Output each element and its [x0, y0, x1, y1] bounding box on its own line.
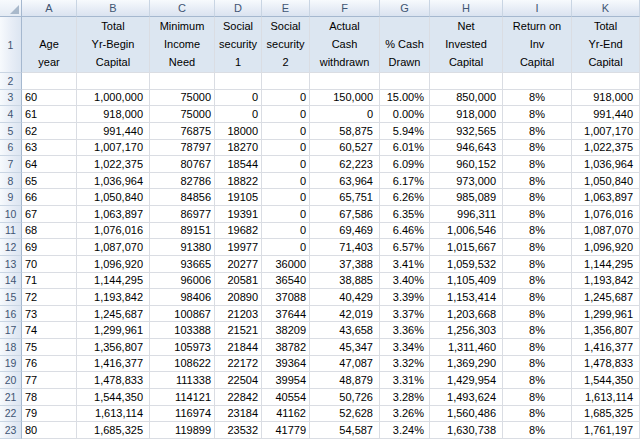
cell-E15[interactable]: 37088: [262, 289, 310, 306]
cell-H9[interactable]: 985,089: [430, 189, 503, 206]
cell-I23[interactable]: 8%: [503, 422, 572, 439]
cell-A3[interactable]: 60: [22, 90, 77, 107]
cell-A2[interactable]: [22, 73, 77, 90]
cell-B2[interactable]: [77, 73, 150, 90]
cell-A22[interactable]: 79: [22, 406, 77, 423]
cell-F5[interactable]: 58,875: [310, 123, 380, 140]
cell-F20[interactable]: 48,879: [310, 372, 380, 389]
cell-K3[interactable]: 918,000: [572, 90, 640, 107]
row-header-5[interactable]: 5: [0, 123, 22, 140]
cell-D21[interactable]: 22842: [215, 389, 262, 406]
cell-A11[interactable]: 68: [22, 223, 77, 240]
cell-H12[interactable]: 1,015,667: [430, 239, 503, 256]
cell-G13[interactable]: 3.41%: [380, 256, 430, 273]
cell-B4[interactable]: 918,000: [77, 106, 150, 123]
cell-G9[interactable]: 6.26%: [380, 189, 430, 206]
cell-F3[interactable]: 150,000: [310, 90, 380, 107]
cell-D22[interactable]: 23184: [215, 406, 262, 423]
cell-K2[interactable]: [572, 73, 640, 90]
column-header-K[interactable]: K: [572, 0, 640, 17]
cell-I8[interactable]: 8%: [503, 173, 572, 190]
cell-K7[interactable]: 1,036,964: [572, 156, 640, 173]
cell-G5[interactable]: 5.94%: [380, 123, 430, 140]
cell-K8[interactable]: 1,050,840: [572, 173, 640, 190]
cell-I13[interactable]: 8%: [503, 256, 572, 273]
cell-C16[interactable]: 100867: [150, 306, 215, 323]
row-header-21[interactable]: 21: [0, 389, 22, 406]
row-header-19[interactable]: 19: [0, 356, 22, 373]
cell-A19[interactable]: 76: [22, 356, 77, 373]
cell-F2[interactable]: [310, 73, 380, 90]
cell-D13[interactable]: 20277: [215, 256, 262, 273]
cell-D14[interactable]: 20581: [215, 273, 262, 290]
cell-G22[interactable]: 3.26%: [380, 406, 430, 423]
cell-I18[interactable]: 8%: [503, 339, 572, 356]
cell-G7[interactable]: 6.09%: [380, 156, 430, 173]
cell-B5[interactable]: 991,440: [77, 123, 150, 140]
cell-G4[interactable]: 0.00%: [380, 106, 430, 123]
cell-G18[interactable]: 3.34%: [380, 339, 430, 356]
cell-E5[interactable]: 0: [262, 123, 310, 140]
row-header-22[interactable]: 22: [0, 406, 22, 423]
cell-A15[interactable]: 72: [22, 289, 77, 306]
row-header-23[interactable]: 23: [0, 422, 22, 439]
cell-D18[interactable]: 21844: [215, 339, 262, 356]
cell-C9[interactable]: 84856: [150, 189, 215, 206]
cell-B9[interactable]: 1,050,840: [77, 189, 150, 206]
cell-B21[interactable]: 1,544,350: [77, 389, 150, 406]
cell-E10[interactable]: 0: [262, 206, 310, 223]
cell-H2[interactable]: [430, 73, 503, 90]
cell-K19[interactable]: 1,478,833: [572, 356, 640, 373]
cell-B16[interactable]: 1,245,687: [77, 306, 150, 323]
cell-A18[interactable]: 75: [22, 339, 77, 356]
cell-I15[interactable]: 8%: [503, 289, 572, 306]
cell-G16[interactable]: 3.37%: [380, 306, 430, 323]
cell-F14[interactable]: 38,885: [310, 273, 380, 290]
cell-K15[interactable]: 1,245,687: [572, 289, 640, 306]
cell-C5[interactable]: 76875: [150, 123, 215, 140]
header-cell-return-on-inv-capital[interactable]: Return on Inv Capital: [503, 17, 572, 73]
header-cell-social-security-1[interactable]: Social security 1: [215, 17, 262, 73]
row-header-9[interactable]: 9: [0, 189, 22, 206]
cell-A13[interactable]: 70: [22, 256, 77, 273]
cell-B23[interactable]: 1,685,325: [77, 422, 150, 439]
cell-D4[interactable]: 0: [215, 106, 262, 123]
cell-A12[interactable]: 69: [22, 239, 77, 256]
cell-D3[interactable]: 0: [215, 90, 262, 107]
cell-B17[interactable]: 1,299,961: [77, 322, 150, 339]
cell-E18[interactable]: 38782: [262, 339, 310, 356]
cell-A6[interactable]: 63: [22, 140, 77, 157]
cell-G11[interactable]: 6.46%: [380, 223, 430, 240]
header-cell-minimum-income-need[interactable]: Minimum Income Need: [150, 17, 215, 73]
column-header-C[interactable]: C: [150, 0, 215, 17]
cell-F22[interactable]: 52,628: [310, 406, 380, 423]
cell-F8[interactable]: 63,964: [310, 173, 380, 190]
cell-G17[interactable]: 3.36%: [380, 322, 430, 339]
cell-C14[interactable]: 96006: [150, 273, 215, 290]
cell-A16[interactable]: 73: [22, 306, 77, 323]
cell-C11[interactable]: 89151: [150, 223, 215, 240]
row-header-16[interactable]: 16: [0, 306, 22, 323]
cell-C18[interactable]: 105973: [150, 339, 215, 356]
cell-H3[interactable]: 850,000: [430, 90, 503, 107]
cell-K10[interactable]: 1,076,016: [572, 206, 640, 223]
cell-H11[interactable]: 1,006,546: [430, 223, 503, 240]
cell-C19[interactable]: 108622: [150, 356, 215, 373]
cell-C15[interactable]: 98406: [150, 289, 215, 306]
cell-A5[interactable]: 62: [22, 123, 77, 140]
cell-H15[interactable]: 1,153,414: [430, 289, 503, 306]
cell-K16[interactable]: 1,299,961: [572, 306, 640, 323]
cell-F9[interactable]: 65,751: [310, 189, 380, 206]
cell-B14[interactable]: 1,144,295: [77, 273, 150, 290]
cell-A17[interactable]: 74: [22, 322, 77, 339]
cell-G2[interactable]: [380, 73, 430, 90]
cell-D10[interactable]: 19391: [215, 206, 262, 223]
cell-H23[interactable]: 1,630,738: [430, 422, 503, 439]
cell-D2[interactable]: [215, 73, 262, 90]
cell-K23[interactable]: 1,761,197: [572, 422, 640, 439]
cell-H4[interactable]: 918,000: [430, 106, 503, 123]
row-header-1[interactable]: 1: [0, 17, 22, 73]
cell-I11[interactable]: 8%: [503, 223, 572, 240]
cell-I21[interactable]: 8%: [503, 389, 572, 406]
cell-A20[interactable]: 77: [22, 372, 77, 389]
